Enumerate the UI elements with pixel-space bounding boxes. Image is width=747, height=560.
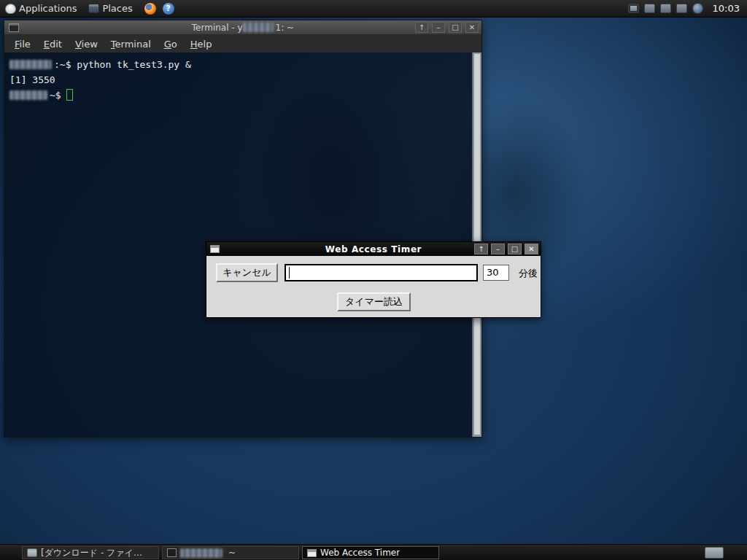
minimize-button[interactable]: – [491, 244, 505, 254]
terminal-window-buttons: ↑ – □ ✕ [415, 22, 479, 33]
timer-window-buttons: ↑ – □ ✕ [474, 244, 538, 254]
terminal-icon [167, 548, 177, 557]
shade-button[interactable]: ↑ [474, 244, 488, 254]
close-button[interactable]: ✕ [525, 244, 538, 254]
minimize-button[interactable]: – [432, 22, 445, 33]
taskbar-item-web-access-timer[interactable]: Web Access Timer [302, 546, 439, 559]
cancel-button[interactable]: キャンセル [216, 263, 278, 282]
terminal-title-suffix: 1: ~ [276, 23, 295, 33]
desktop-wallpaper: Applications Places ? 10:03 Terminal - y… [0, 0, 747, 560]
firefox-launcher-icon[interactable] [144, 3, 156, 15]
system-tray: 10:03 [628, 3, 747, 14]
taskbar: [ダウンロード - ファイ… ~ Web Access Timer [0, 544, 747, 560]
shell-command: :~$ python tk_test3.py & [54, 59, 191, 70]
taskbar-item-label: [ダウンロード - ファイ… [41, 547, 142, 559]
text-caret [289, 267, 290, 279]
clock[interactable]: 10:03 [713, 3, 740, 14]
taskbar-item-terminal[interactable]: ~ [162, 546, 299, 559]
maximize-button[interactable]: □ [449, 22, 462, 33]
timer-body: キャンセル 30 分後 タイマー読込 [206, 256, 541, 317]
terminal-app-icon [9, 23, 19, 32]
globe-icon[interactable] [692, 3, 703, 14]
shell-prompt: ~$ [50, 90, 61, 101]
close-button[interactable]: ✕ [465, 22, 479, 33]
menu-help[interactable]: Help [184, 39, 219, 50]
media-icon[interactable] [676, 4, 687, 13]
places-icon[interactable] [88, 4, 99, 13]
show-desktop-button[interactable] [705, 547, 724, 559]
taskbar-item-file-manager[interactable]: [ダウンロード - ファイ… [22, 546, 159, 559]
network-icon[interactable] [660, 4, 671, 13]
terminal-window: Terminal - y1: ~ ↑ – □ ✕ File Edit View … [4, 20, 482, 438]
places-menu[interactable]: Places [99, 3, 135, 14]
window-icon [307, 549, 317, 557]
censored-text [9, 90, 47, 100]
minutes-label: 分後 [519, 267, 538, 280]
terminal-menubar: File Edit View Terminal Go Help [4, 35, 481, 52]
terminal-line: :~$ python tk_test3.py & [9, 57, 467, 72]
display-icon[interactable] [628, 4, 639, 13]
url-input[interactable] [285, 264, 478, 281]
censored-text [9, 60, 52, 69]
file-manager-icon [27, 548, 37, 557]
timer-titlebar[interactable]: Web Access Timer ↑ – □ ✕ [206, 242, 541, 256]
terminal-title-prefix: Terminal - y [192, 23, 243, 33]
terminal-cursor [66, 89, 73, 101]
minutes-input[interactable]: 30 [483, 265, 509, 281]
shade-button[interactable]: ↑ [415, 22, 428, 33]
help-launcher-icon[interactable]: ? [163, 3, 174, 15]
users-icon[interactable] [644, 4, 655, 13]
menu-file[interactable]: File [8, 39, 37, 50]
terminal-line: [1] 3550 [9, 72, 467, 88]
terminal-title: Terminal - y1: ~ [4, 23, 481, 33]
terminal-line: ~$ [9, 88, 467, 103]
menu-view[interactable]: View [69, 39, 104, 50]
menu-edit[interactable]: Edit [37, 39, 69, 50]
censored-text [180, 548, 222, 558]
xfce-menu-icon[interactable] [5, 4, 16, 14]
taskbar-item-label: ~ [228, 548, 236, 558]
applications-menu[interactable]: Applications [16, 3, 80, 14]
maximize-button[interactable]: □ [508, 244, 522, 254]
menu-terminal[interactable]: Terminal [104, 39, 158, 50]
top-panel: Applications Places ? 10:03 [0, 0, 747, 18]
window-icon [210, 245, 220, 253]
load-timer-button[interactable]: タイマー読込 [337, 292, 411, 311]
menu-go[interactable]: Go [158, 39, 184, 50]
terminal-titlebar[interactable]: Terminal - y1: ~ ↑ – □ ✕ [4, 20, 481, 35]
censored-text [243, 23, 274, 32]
taskbar-item-label: Web Access Timer [320, 548, 400, 558]
timer-window: Web Access Timer ↑ – □ ✕ キャンセル 30 分後 タイマ… [206, 241, 541, 318]
